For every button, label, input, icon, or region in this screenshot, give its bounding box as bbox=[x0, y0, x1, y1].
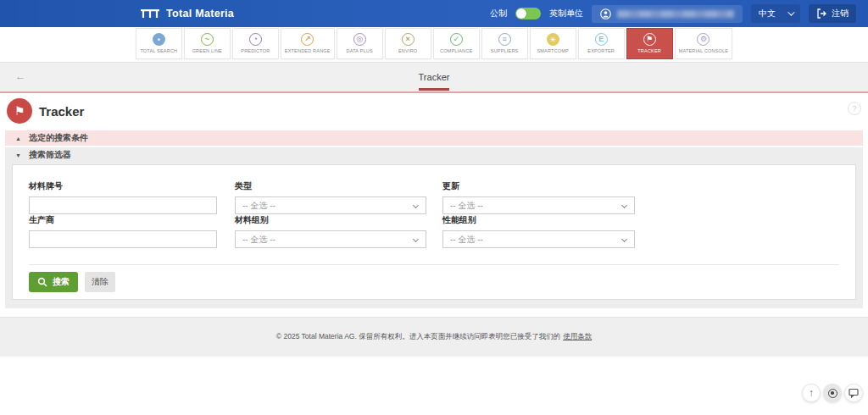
metric-label: 公制 bbox=[490, 8, 507, 19]
tab-strip: ← Tracker bbox=[0, 63, 868, 91]
top-bar: Total Materia 公制 英制单位 中文 bbox=[0, 0, 868, 27]
help-icon[interactable]: ? bbox=[848, 102, 861, 115]
target-icon bbox=[828, 389, 837, 398]
type-label: 类型 bbox=[235, 180, 426, 192]
logo-text: Total Materia bbox=[166, 8, 234, 19]
total-materia-logo-mark bbox=[140, 9, 160, 19]
module-tile-green-line[interactable]: ~ GREEN LINE bbox=[184, 28, 231, 59]
up-arrow-icon: ↑ bbox=[809, 387, 814, 399]
imperial-label: 英制单位 bbox=[549, 8, 583, 19]
chevron-down-icon bbox=[787, 8, 794, 15]
feedback-button[interactable] bbox=[844, 384, 863, 402]
module-tile-suppliers[interactable]: ≡ SUPPLIERS bbox=[481, 28, 528, 59]
chevron-down-icon bbox=[621, 236, 627, 242]
module-tile-compliance[interactable]: ✓ COMPLIANCE bbox=[433, 28, 480, 59]
suppliers-icon: ≡ bbox=[498, 33, 511, 46]
material-group-select[interactable]: -- 全选 -- bbox=[235, 230, 426, 248]
expand-caret-icon: ▼ bbox=[15, 152, 21, 158]
walkthrough-button[interactable] bbox=[823, 384, 842, 402]
terms-link[interactable]: 使用条款 bbox=[563, 332, 592, 342]
material-designation-label: 材料牌号 bbox=[29, 180, 217, 192]
total-search-icon: • bbox=[153, 33, 165, 46]
language-selector[interactable]: 中文 bbox=[751, 4, 800, 23]
logout-icon bbox=[816, 8, 826, 19]
form-divider bbox=[29, 264, 839, 265]
search-icon bbox=[37, 277, 47, 287]
scroll-top-button[interactable]: ↑ bbox=[802, 384, 821, 402]
logout-label: 注销 bbox=[832, 8, 849, 19]
module-tile-tracker[interactable]: ⚑ TRACKER bbox=[626, 28, 673, 59]
total-materia-logo[interactable]: Total Materia bbox=[140, 8, 234, 19]
search-filters-panel: ▼ 搜索筛选器 材料牌号 类型 -- 全选 -- 更新 bbox=[5, 147, 863, 308]
language-value: 中文 bbox=[759, 8, 776, 19]
chat-bubble-icon bbox=[849, 388, 859, 398]
exporter-icon: E bbox=[595, 33, 608, 46]
tab-tracker[interactable]: Tracker bbox=[0, 69, 868, 91]
user-icon bbox=[600, 8, 611, 19]
active-tab-underline bbox=[419, 88, 449, 91]
material-group-label: 材料组别 bbox=[235, 214, 426, 226]
units-toggle[interactable] bbox=[515, 8, 541, 19]
module-bar: • TOTAL SEARCH ~ GREEN LINE ◔ PREDICTOR … bbox=[0, 27, 868, 63]
footer: © 2025 Total Materia AG. 保留所有权利。进入本页面并继续… bbox=[0, 317, 868, 357]
page-title: Tracker bbox=[39, 104, 84, 119]
chevron-down-icon bbox=[413, 236, 419, 242]
property-group-label: 性能组别 bbox=[442, 214, 635, 226]
search-button[interactable]: 搜索 bbox=[29, 272, 78, 292]
content-area: ⚑ Tracker ? ▲ 选定的搜索条件 ▼ 搜索筛选器 材料牌号 类型 bbox=[0, 91, 868, 317]
module-tile-data-plus[interactable]: ◎ DATA PLUS bbox=[337, 28, 383, 59]
tracker-icon: ⚑ bbox=[643, 33, 656, 46]
module-tile-enviro[interactable]: × ENVIRO bbox=[385, 28, 431, 59]
predictor-icon: ◔ bbox=[249, 33, 262, 46]
tracker-flag-icon: ⚑ bbox=[7, 98, 32, 124]
update-label: 更新 bbox=[442, 180, 635, 192]
type-select[interactable]: -- 全选 -- bbox=[235, 196, 426, 214]
module-tile-total-search[interactable]: • TOTAL SEARCH bbox=[136, 28, 182, 59]
app-window: Total Materia 公制 英制单位 中文 bbox=[0, 0, 868, 415]
filters-form-card: 材料牌号 类型 -- 全选 -- 更新 -- 全选 -- bbox=[12, 164, 856, 300]
data-plus-icon: ◎ bbox=[353, 33, 366, 46]
collapse-caret-icon: ▲ bbox=[15, 136, 21, 141]
module-tile-predictor[interactable]: ◔ PREDICTOR bbox=[232, 28, 279, 59]
clear-button[interactable]: 清除 bbox=[85, 272, 115, 292]
module-tile-smartcomp[interactable]: ☀ SMARTCOMP bbox=[530, 28, 576, 59]
enviro-icon: × bbox=[402, 33, 415, 46]
compliance-icon: ✓ bbox=[450, 33, 463, 46]
module-tile-material-console[interactable]: ⚙ MATERIAL CONSOLE bbox=[675, 28, 733, 59]
module-tile-exporter[interactable]: E EXPORTER bbox=[578, 28, 625, 59]
selected-criteria-section-header[interactable]: ▲ 选定的搜索条件 bbox=[5, 130, 863, 146]
logout-button[interactable]: 注销 bbox=[809, 4, 856, 23]
search-filters-section-header[interactable]: ▼ 搜索筛选器 bbox=[5, 147, 863, 163]
manufacturer-input[interactable] bbox=[29, 230, 217, 248]
smartcomp-icon: ☀ bbox=[547, 33, 559, 46]
chevron-down-icon bbox=[621, 202, 627, 208]
copyright-text: © 2025 Total Materia AG. 保留所有权利。进入本页面并继续… bbox=[276, 332, 560, 342]
user-account-chip[interactable] bbox=[592, 5, 743, 23]
green-line-icon: ~ bbox=[201, 33, 214, 46]
material-designation-input[interactable] bbox=[29, 196, 217, 214]
toggle-knob bbox=[516, 8, 526, 19]
extended-range-icon: ↗ bbox=[301, 33, 314, 46]
user-email-redacted bbox=[617, 10, 734, 18]
property-group-select[interactable]: -- 全选 -- bbox=[442, 230, 635, 248]
manufacturer-label: 生产商 bbox=[29, 214, 217, 226]
material-console-icon: ⚙ bbox=[697, 33, 709, 46]
update-select[interactable]: -- 全选 -- bbox=[442, 196, 635, 214]
module-tile-extended-range[interactable]: ↗ EXTENDED RANGE bbox=[281, 28, 335, 59]
chevron-down-icon bbox=[413, 202, 419, 208]
